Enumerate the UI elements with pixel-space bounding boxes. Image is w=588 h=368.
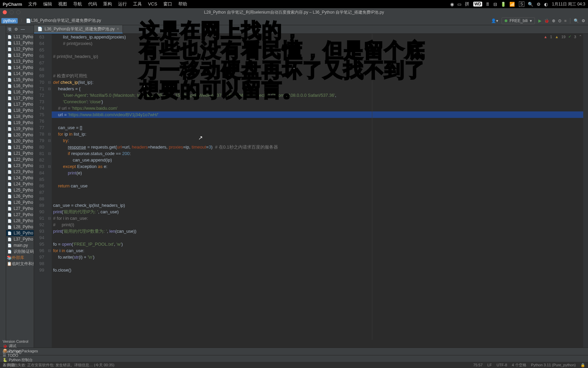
tree-file-item[interactable]: L21_Pytho (6, 150, 34, 156)
siri-icon[interactable]: ◐ (544, 2, 548, 7)
close-window-icon[interactable] (3, 10, 7, 14)
code-line[interactable]: response = requests.get(url=url, headers… (52, 144, 583, 150)
error-stripe[interactable] (583, 34, 588, 348)
external-libraries[interactable]: 📚外部库 (6, 255, 34, 261)
code-line[interactable]: fo = open('FREE_IP_POOL.txt', 'w') (52, 241, 583, 247)
project-tool-window[interactable]: 项 ⚙ — L11_PythoL11_PythoL12_PythoL12_Pyt… (6, 25, 34, 348)
tree-file-item[interactable]: L14_Pytho (6, 64, 34, 71)
disk-icon[interactable]: ⊟ (493, 2, 497, 7)
chevron-up-down-icon[interactable]: ⌃ (579, 34, 582, 39)
tool-window-button[interactable]: 📦Python Packages (3, 349, 38, 353)
code-line[interactable] (52, 234, 583, 241)
cn-input-icon[interactable]: 拼 (465, 1, 469, 7)
menu-item[interactable]: 文件 (28, 1, 37, 6)
control-center-icon[interactable]: ⚙ (537, 2, 541, 7)
code-line[interactable] (52, 66, 583, 73)
tree-file-item[interactable]: L12_Pytho (6, 52, 34, 58)
code-line[interactable]: can_use.append(ip) (52, 157, 583, 163)
tree-file-item[interactable]: L19_Pytho (6, 120, 34, 126)
tree-file-item[interactable]: L20_Pytho (6, 132, 34, 138)
tree-file-item[interactable]: L20_Pytho (6, 138, 34, 144)
menu-item[interactable]: 重构 (103, 1, 112, 6)
tree-file-item[interactable]: L16_Pytho (6, 83, 34, 89)
screen-icon[interactable]: ▭ (457, 2, 461, 7)
code-line[interactable]: for i in can_use: (52, 247, 583, 254)
menu-item[interactable]: 窗口 (163, 1, 172, 6)
fold-gutter[interactable]: ⊟⊟⊟⊟⊟⊟⊟⊟ (47, 34, 52, 348)
minimize-window-icon[interactable] (10, 10, 14, 14)
project-tree-header[interactable]: 项 ⚙ — (6, 25, 34, 34)
status-message[interactable]: 装软件包失败: 正在安装软件包: 发生错误。详细信息… (今天 00:35) (3, 363, 114, 368)
tree-file-item[interactable]: L36_Pytho (6, 230, 34, 236)
code-line[interactable]: # url = 'https://www.baidu.com' (52, 105, 583, 111)
tree-file-item[interactable]: main.py (6, 242, 34, 248)
code-line[interactable]: # 检查IP的可用性 (52, 73, 583, 79)
python-interpreter[interactable]: Python 3.11 (Pure_python) (531, 363, 576, 367)
tree-file-item[interactable]: L13_Pytho (6, 58, 34, 64)
maximize-window-icon[interactable] (16, 10, 20, 14)
code-line[interactable]: fo.close() (52, 267, 583, 273)
tree-file-item[interactable]: L23_Pytho (6, 163, 34, 169)
tree-file-item[interactable]: L26_Pytho (6, 193, 34, 199)
wd-badge[interactable]: WD (473, 2, 482, 6)
profile-button[interactable]: ⊙ (558, 18, 561, 23)
run-button[interactable]: ▶ (538, 18, 541, 23)
tree-file-item[interactable]: L27_Pytho (6, 205, 34, 212)
stop-button[interactable]: ■ (564, 18, 567, 23)
tool-window-button[interactable]: 🐍Python 控制台 (3, 357, 38, 363)
run-coverage-button[interactable]: ⊕ (552, 18, 555, 23)
battery-icon[interactable]: 🔋 (501, 2, 506, 7)
code-line[interactable]: # print(proxies) (52, 40, 583, 47)
editor-breadcrumbs[interactable]: check_ip() (0, 348, 588, 355)
code-line[interactable]: 'User-Agent': 'Mozilla/5.0 (Macintosh; I… (52, 92, 583, 98)
line-separator[interactable]: LF (487, 363, 492, 367)
indent-settings[interactable]: 4 个空格 (512, 363, 526, 368)
search-everywhere-icon[interactable]: 🔍 (574, 18, 579, 23)
tree-file-item[interactable]: L16_Pytho (6, 89, 34, 95)
tree-file-item[interactable]: L21_Pytho (6, 144, 34, 150)
code-line[interactable] (52, 189, 583, 196)
record-icon[interactable]: ◉ (450, 2, 454, 7)
code-line[interactable]: 'Connection': 'close'} (52, 98, 583, 105)
tree-file-item[interactable]: L19_Pytho (6, 126, 34, 132)
code-line[interactable]: # for i in can_use: (52, 215, 583, 221)
code-line[interactable]: except Exception as e: (52, 163, 583, 170)
code-editor[interactable]: 6364656667686970717273747576777879808182… (34, 34, 588, 348)
tree-file-item[interactable]: L25_Pytho (6, 187, 34, 193)
add-user-icon[interactable]: 👤▾ (491, 18, 498, 23)
code-line[interactable]: # print(i) (52, 221, 583, 228)
tree-file-item[interactable]: L18_Pytho (6, 113, 34, 120)
file-encoding[interactable]: UTF-8 (496, 363, 507, 367)
clock[interactable]: 1月11日 周三 04:3 (552, 1, 585, 7)
tuning-icon[interactable]: 🎚 (486, 2, 490, 7)
menu-item[interactable]: 导航 (73, 1, 82, 6)
code-line[interactable]: can_use = [] (52, 124, 583, 131)
tree-file-item[interactable]: 识别验证码 (6, 248, 34, 255)
menu-item[interactable]: 工具 (133, 1, 142, 6)
menu-item[interactable]: 帮助 (178, 1, 187, 6)
code-line[interactable] (52, 196, 583, 202)
left-tool-stripe[interactable] (0, 25, 6, 348)
code-line[interactable]: fo.write(str(i) + '\n') (52, 254, 583, 260)
breadcrumb-file[interactable]: L36_Python自学笔记_搭建免费IP池.py (31, 18, 101, 24)
tree-file-item[interactable]: L27_Pytho (6, 212, 34, 218)
tree-file-item[interactable]: L37_Pytho (6, 236, 34, 242)
traffic-lights[interactable] (3, 10, 20, 14)
settings-icon[interactable]: ⚙ (582, 18, 585, 23)
code-line[interactable]: url = 'https://www.bilibili.com/video/BV… (52, 111, 583, 118)
tree-file-item[interactable]: L28_Pytho (6, 218, 34, 224)
debug-button[interactable]: 🐞 (544, 18, 549, 23)
code-line[interactable]: for ip in list_ip: (52, 131, 583, 137)
code-line[interactable] (52, 47, 583, 53)
close-tab-icon[interactable]: × (117, 27, 119, 31)
code-line[interactable]: try: (52, 137, 583, 144)
menu-item[interactable]: 代码 (88, 1, 97, 6)
search-icon[interactable]: 🔍 (528, 2, 533, 7)
inspection-widget[interactable]: ▲1 ▲19 ✓3 ⌃ (544, 34, 582, 39)
tree-file-item[interactable]: L18_Pytho (6, 107, 34, 113)
code-line[interactable]: def check_ip(list_ip): (52, 79, 583, 86)
scratches[interactable]: 📋临时文件和控 (6, 261, 34, 267)
menu-item[interactable]: 运行 (118, 1, 127, 6)
tool-window-button[interactable]: 🐞调试 (3, 343, 38, 349)
tree-file-item[interactable]: L11_Pytho (6, 40, 34, 46)
